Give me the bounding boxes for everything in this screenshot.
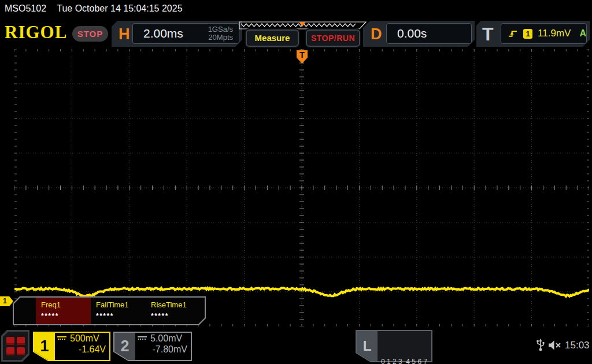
acquisition-info: 1GSa/s 20Mpts [208, 25, 239, 42]
memory-depth: 20Mpts [208, 34, 233, 42]
trigger-level-value: 11.9mV [538, 28, 571, 39]
status-bar: MSO5102 Tue October 14 15:04:15 2025 [0, 0, 592, 17]
horizontal-label: H [119, 25, 130, 43]
measurement-item-risetime1[interactable]: RiseTime1 ***** [146, 298, 201, 324]
stop-run-button[interactable]: STOP/RUN [306, 29, 360, 47]
dc-coupling-icon [57, 336, 66, 341]
menu-grid-button[interactable] [1, 330, 29, 362]
measurement-item-freq1[interactable]: Freq1 ***** [36, 298, 91, 324]
trigger-label: T [482, 23, 494, 44]
logic-channel-numbers: 0 1 2 3 4 5 6 7 8 9 1011 12131415 [381, 335, 441, 364]
delay-label: D [371, 25, 382, 43]
trigger-edge-icon [508, 29, 518, 38]
channel1-number: 1 [34, 333, 55, 360]
measurement-spacer [14, 298, 36, 324]
measurement-item-falltime1[interactable]: FallTime1 ***** [91, 298, 146, 324]
horizontal-settings-box[interactable]: H 2.00ms 1GSa/s 20Mpts [112, 21, 242, 47]
run-state-badge: STOP [72, 26, 108, 42]
channel2-scale: 5.00mV [150, 333, 182, 344]
clock-text: 15:03 [565, 340, 590, 351]
waveform-display-area[interactable] [14, 49, 589, 326]
logic-analyzer-status-box[interactable]: L 0 1 2 3 4 5 6 7 8 9 1011 12131415 [356, 330, 432, 362]
channel1-scale: 500mV [70, 333, 99, 344]
speaker-muted-icon[interactable] [548, 340, 562, 350]
timebase-value: 2.00ms [133, 27, 208, 40]
trigger-mode: A [579, 28, 586, 39]
trigger-settings-box[interactable]: T 1 11.9mV A [476, 21, 590, 47]
usb-icon [536, 339, 545, 351]
measure-button[interactable]: Measure [246, 29, 299, 47]
model-name: MSO5102 [5, 3, 46, 13]
sample-rate: 1GSa/s [208, 25, 233, 34]
dc-coupling-icon [138, 336, 147, 341]
rigol-logo: RIGOL [5, 22, 67, 43]
logic-analyzer-label: L [357, 331, 378, 361]
datetime-text: Tue October 14 15:04:15 2025 [57, 3, 182, 13]
channel1-offset: -1.64V [57, 344, 106, 355]
channel1-level-marker[interactable]: 1 [0, 296, 13, 306]
trigger-source-badge: 1 [523, 29, 532, 39]
measurement-panel: Freq1 ***** FallTime1 ***** RiseTime1 **… [13, 296, 206, 325]
channel2-status-box[interactable]: 2 5.00mV -7.80mV [113, 332, 192, 361]
delay-value: 0.00s [387, 27, 427, 40]
delay-settings-box[interactable]: D 0.00s [363, 21, 475, 47]
waveform-position-bar[interactable] [239, 21, 367, 29]
channel2-number: 2 [114, 333, 135, 360]
channel1-status-box[interactable]: 1 500mV -1.64V [33, 332, 110, 361]
channel2-offset: -7.80mV [138, 344, 187, 355]
menu-grid-icon [3, 332, 28, 360]
